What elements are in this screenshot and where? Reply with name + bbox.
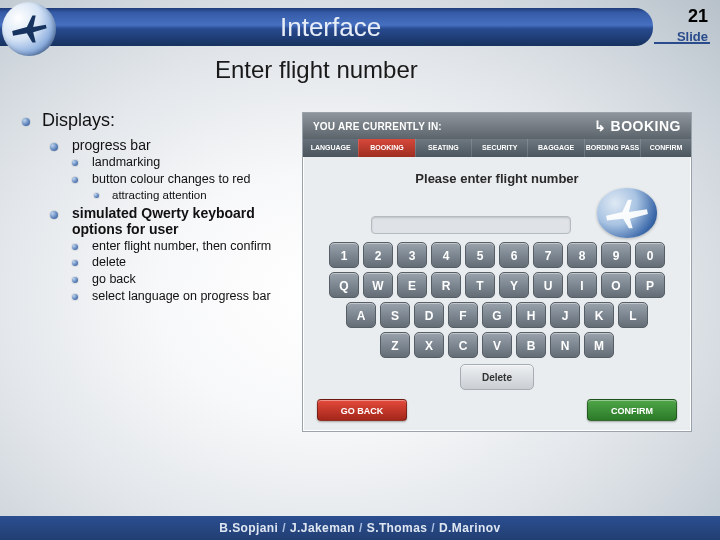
brand-badge xyxy=(597,188,657,238)
key-7[interactable]: 7 xyxy=(533,242,563,268)
slide: Interface 21 Slide Enter flight number D… xyxy=(0,0,720,540)
tab-confirm[interactable]: CONFIRM xyxy=(640,139,691,157)
bullet-attracting: attracting attention xyxy=(94,188,292,202)
footer-authors: B.Sopjani/J.Jakeman/S.Thomas/D.Marinov xyxy=(0,516,720,540)
key-q[interactable]: Q xyxy=(329,272,359,298)
tab-boarding-pass[interactable]: BORDING PASS xyxy=(584,139,640,157)
page-number-box: 21 Slide xyxy=(656,6,708,44)
key-1[interactable]: 1 xyxy=(329,242,359,268)
key-h[interactable]: H xyxy=(516,302,546,328)
key-v[interactable]: V xyxy=(482,332,512,358)
app-header: YOU ARE CURRENTLY IN: ↳ BOOKING xyxy=(303,113,691,139)
slide-title: Interface xyxy=(280,12,381,43)
bullet-delete: delete xyxy=(72,255,292,271)
page-label: Slide xyxy=(656,29,708,44)
key-a[interactable]: A xyxy=(346,302,376,328)
key-p[interactable]: P xyxy=(635,272,665,298)
keyboard-row-delete: Delete xyxy=(317,364,677,390)
key-m[interactable]: M xyxy=(584,332,614,358)
tab-booking[interactable]: BOOKING xyxy=(358,139,414,157)
key-delete[interactable]: Delete xyxy=(460,364,534,390)
author-4: D.Marinov xyxy=(439,521,501,535)
key-r[interactable]: R xyxy=(431,272,461,298)
key-4[interactable]: 4 xyxy=(431,242,461,268)
keyboard-row-1: 1 2 3 4 5 6 7 8 9 0 xyxy=(317,242,677,268)
flight-number-input[interactable] xyxy=(371,216,571,234)
key-o[interactable]: O xyxy=(601,272,631,298)
keyboard-row-3: A S D F G H J K L xyxy=(317,302,677,328)
key-8[interactable]: 8 xyxy=(567,242,597,268)
keyboard-row-4: Z X C V B N M xyxy=(317,332,677,358)
key-k[interactable]: K xyxy=(584,302,614,328)
key-d[interactable]: D xyxy=(414,302,444,328)
key-0[interactable]: 0 xyxy=(635,242,665,268)
author-3: S.Thomas xyxy=(367,521,428,535)
key-c[interactable]: C xyxy=(448,332,478,358)
keyboard-row-2: Q W E R T Y U I O P xyxy=(317,272,677,298)
plane-logo xyxy=(2,2,56,56)
key-e[interactable]: E xyxy=(397,272,427,298)
key-b[interactable]: B xyxy=(516,332,546,358)
tab-baggage[interactable]: BAGGAGE xyxy=(527,139,583,157)
bullet-content: Displays: progress bar landmarking butto… xyxy=(22,110,292,305)
key-u[interactable]: U xyxy=(533,272,563,298)
key-y[interactable]: Y xyxy=(499,272,529,298)
app-screenshot: YOU ARE CURRENTLY IN: ↳ BOOKING LANGUAGE… xyxy=(302,112,692,432)
key-z[interactable]: Z xyxy=(380,332,410,358)
key-f[interactable]: F xyxy=(448,302,478,328)
app-current-section: BOOKING xyxy=(611,118,691,134)
app-actions: GO BACK CONFIRM xyxy=(303,399,691,421)
key-3[interactable]: 3 xyxy=(397,242,427,268)
author-2: J.Jakeman xyxy=(290,521,355,535)
bullet-progress-bar: progress bar xyxy=(50,137,292,153)
go-back-button[interactable]: GO BACK xyxy=(317,399,407,421)
slide-subtitle: Enter flight number xyxy=(0,56,720,84)
key-s[interactable]: S xyxy=(380,302,410,328)
app-header-text: YOU ARE CURRENTLY IN: xyxy=(303,121,592,132)
page-number: 21 xyxy=(656,6,708,27)
confirm-button[interactable]: CONFIRM xyxy=(587,399,677,421)
tab-seating[interactable]: SEATING xyxy=(415,139,471,157)
key-x[interactable]: X xyxy=(414,332,444,358)
progress-bar-tabs: LANGUAGE BOOKING SEATING SECURITY BAGGAG… xyxy=(303,139,691,157)
keyboard: 1 2 3 4 5 6 7 8 9 0 Q W E R T Y U I O xyxy=(317,242,677,390)
key-6[interactable]: 6 xyxy=(499,242,529,268)
bullet-go-back: go back xyxy=(72,272,292,288)
app-prompt: Please enter flight number xyxy=(303,171,691,186)
bullet-displays: Displays: xyxy=(22,110,292,131)
key-n[interactable]: N xyxy=(550,332,580,358)
bullet-qwerty: simulated Qwerty keyboard options for us… xyxy=(50,205,292,237)
bullet-landmarking: landmarking xyxy=(72,155,292,171)
key-l[interactable]: L xyxy=(618,302,648,328)
key-w[interactable]: W xyxy=(363,272,393,298)
airplane-icon xyxy=(8,8,50,50)
airplane-icon xyxy=(603,194,651,232)
brand-area xyxy=(317,190,677,238)
key-2[interactable]: 2 xyxy=(363,242,393,268)
key-j[interactable]: J xyxy=(550,302,580,328)
bullet-button-colour: button colour changes to red xyxy=(72,172,292,188)
bullet-select-language: select language on progress bar xyxy=(72,289,292,305)
tab-language[interactable]: LANGUAGE xyxy=(303,139,358,157)
key-t[interactable]: T xyxy=(465,272,495,298)
title-bar: Interface xyxy=(0,8,653,46)
bullet-enter-confirm: enter flight number, then confirm xyxy=(72,239,292,255)
key-5[interactable]: 5 xyxy=(465,242,495,268)
author-1: B.Sopjani xyxy=(219,521,278,535)
arrow-icon: ↳ xyxy=(594,118,606,134)
key-i[interactable]: I xyxy=(567,272,597,298)
tab-security[interactable]: SECURITY xyxy=(471,139,527,157)
key-9[interactable]: 9 xyxy=(601,242,631,268)
key-g[interactable]: G xyxy=(482,302,512,328)
